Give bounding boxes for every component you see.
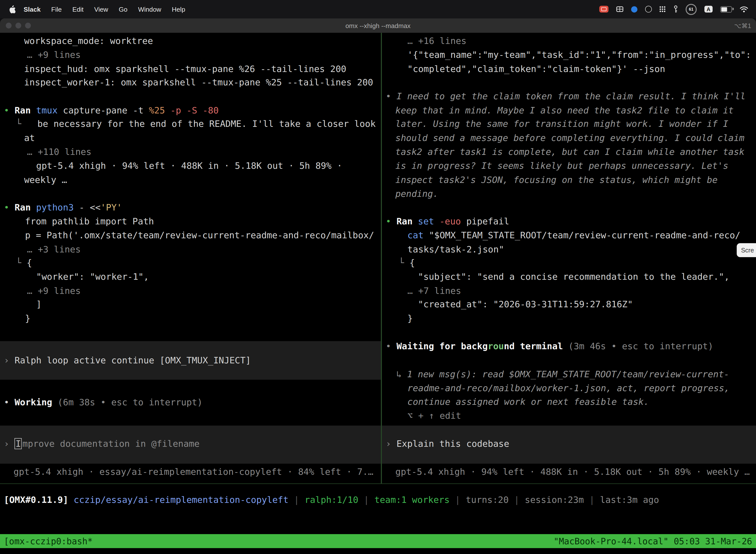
terminal-window: omx --xhigh --madmax ⌥⌘1 workspace_mode:… [0,18,756,554]
title-bar[interactable]: omx --xhigh --madmax ⌥⌘1 [0,18,756,33]
terminal-line: } [407,312,413,326]
pane-divider-horizontal [0,484,756,484]
terminal-line: pending. [395,187,438,201]
menu-item-view[interactable]: View [89,5,113,13]
terminal-line: keep that in mind. Maybe I also need the… [395,104,734,118]
terminal-line: inspect_worker-1: omx sparkshell --tmux-… [24,76,373,90]
grid-icon[interactable] [616,6,623,12]
terminal-line: … +110 lines [27,145,91,159]
terminal-line: tasks/task-2.json" [407,243,504,257]
terminal-line: • Waiting for background terminal (3m 46… [386,340,713,353]
terminal-line: ] [36,297,42,312]
terminal-line: inspect task2's JSON, focusing on the st… [395,173,717,187]
terminal-line: › Ralph loop active continue [OMX_TMUX_I… [4,354,251,368]
traffic-lights [6,22,31,28]
clock-app-icon[interactable] [645,6,652,12]
terminal-line: gpt-5.4 xhigh · 94% left · 488K in · 5.1… [395,465,750,479]
terminal-line: … +7 lines [407,284,461,298]
terminal-line: is in progress? It seems likely but perh… [395,159,728,173]
terminal-line: workspace_mode: worktree [24,34,153,48]
apple-menu-icon[interactable] [6,5,18,13]
tmux-session-label: [omx-cczip0:bash* [4,536,93,546]
terminal-line: ↳ 1 new msg(s): read $OMX_TEAM_STATE_ROO… [396,368,729,382]
terminal-line: readme-and-reco/mailbox/worker-1.json, a… [407,382,730,396]
close-button[interactable] [6,22,11,28]
terminal-line: └ { [16,256,32,270]
input-source-icon[interactable]: A [704,6,712,12]
screenshot-tooltip[interactable]: Scre [737,243,756,257]
screenshot-tooltip-label: Scre [741,246,754,254]
screen: Slack File Edit View Go Window Help 61 A [0,0,756,554]
window-shortcut-hint: ⌥⌘1 [734,22,751,29]
terminal-line: at [24,131,35,145]
terminal-line: • Ran python3 - <<'PY' [4,201,122,215]
dots-grid-icon[interactable] [659,6,666,12]
terminal-line: weekly … [24,173,67,187]
terminal-line: "worker": "worker-1", [36,270,149,284]
terminal-line: continue assigned work or next feasible … [407,395,649,409]
pane-divider-vertical[interactable] [381,33,382,484]
terminal-line: task2 after task1 is complete, but can I… [395,145,744,159]
terminal-line: "completed","claim_token":"claim-token"}… [407,62,665,76]
terminal-line: … +3 lines [27,243,81,257]
terminal-line: "subject": "send a concise recommendatio… [418,270,730,284]
terminal-line: ⌥ + ↑ edit [407,409,461,423]
battery-ring-icon[interactable]: 61 [686,4,697,15]
terminal-line: … +9 lines [27,48,81,62]
menu-item-go[interactable]: Go [113,5,133,13]
menu-item-file[interactable]: File [46,5,67,13]
terminal-line: gpt-5.4 xhigh · 94% left · 488K in · 5.1… [36,159,342,173]
zoom-button[interactable] [25,22,31,28]
key-icon[interactable] [674,5,678,13]
terminal-content: workspace_mode: worktree… +9 linesinspec… [0,33,756,554]
terminal-line: └ be necessary for the end of the README… [16,117,376,131]
tmux-host-clock: "MacBook-Pro-44.local" 05:03 31-Mar-26 [554,536,752,546]
battery-icon[interactable] [720,6,732,12]
tmux-status-bar: [omx-cczip0:bash* "MacBook-Pro-44.local"… [0,534,756,548]
terminal-line: later. Using the same for transition mig… [395,117,728,131]
terminal-line: gpt-5.4 xhigh · essay/ai-reimplementatio… [13,465,373,479]
menu-item-edit[interactable]: Edit [67,5,89,13]
menu-bar-left: Slack File Edit View Go Window Help [0,5,190,13]
terminal-line: should send a message before completing … [395,131,744,145]
minimize-button[interactable] [15,22,21,28]
menu-item-window[interactable]: Window [133,5,167,13]
terminal-line: inspect_hud: omx sparkshell --tmux-pane … [24,62,346,76]
terminal-line: › Explain this codebase [386,437,509,451]
menu-item-help[interactable]: Help [167,5,190,13]
terminal-line: "created_at": "2026-03-31T11:59:27.816Z" [418,297,633,312]
terminal-line: … +9 lines [27,284,81,298]
screen-recording-indicator-icon[interactable] [599,6,609,12]
terminal-line: • Ran set -euo pipefail [386,215,509,229]
terminal-line: └ { [399,256,415,270]
omx-status-bar: [OMX#0.11.9] cczip/essay/ai-reimplementa… [4,493,659,507]
blue-app-icon[interactable] [631,6,637,12]
menu-bar-status-icons: 61 A [599,4,756,15]
terminal-line: '{"team_name":"my-team","task_id":"1","f… [407,48,751,62]
menu-bar: Slack File Edit View Go Window Help 61 A [0,0,756,18]
terminal-line: from pathlib import Path [25,215,154,229]
terminal-line: p = Path('.omx/state/team/review-current… [25,229,374,242]
window-title: omx --xhigh --madmax [345,22,411,29]
terminal-line: cat "$OMX_TEAM_STATE_ROOT/team/review-cu… [407,229,740,242]
right-pane[interactable]: … +16 lines'{"team_name":"my-team","task… [382,33,756,484]
terminal-line: • I need to get the claim token from the… [386,90,746,104]
menu-app-name[interactable]: Slack [18,5,46,13]
terminal-line: } [25,312,30,326]
terminal-line: … +16 lines [407,34,466,48]
left-pane[interactable]: workspace_mode: worktree… +9 linesinspec… [0,33,381,484]
terminal-line: • Ran tmux capture-pane -t %25 -p -S -80 [4,104,219,118]
terminal-line: • Working (6m 38s • esc to interrupt) [4,396,203,409]
terminal-line: › Improve documentation in @filename [4,437,200,451]
wifi-icon[interactable] [740,6,748,12]
